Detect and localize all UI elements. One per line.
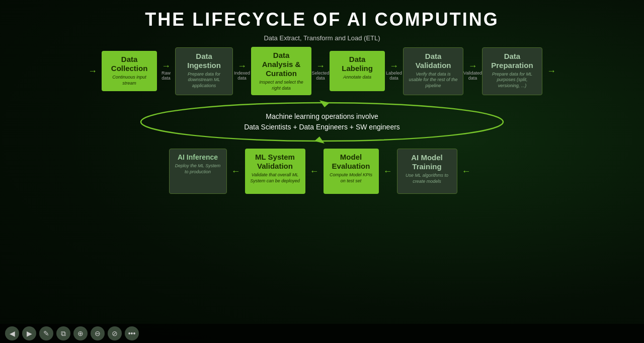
connector-b3: ← xyxy=(379,167,397,176)
connector-b4: ← xyxy=(457,167,475,176)
ml-validation-subtitle: Validate that overall ML System can be d… xyxy=(250,172,300,184)
model-evaluation-subtitle: Compute Model KPIs on test set xyxy=(329,172,374,184)
data-validation-title: DataValidation xyxy=(409,52,458,70)
etl-label: Data Extract, Transform and Load (ETL) xyxy=(264,34,380,42)
ai-model-training-title: AI ModelTraining xyxy=(403,153,452,171)
arrow-icon: → xyxy=(162,61,171,71)
arrow-icon: → xyxy=(468,61,477,71)
connector-3: → Selecteddata xyxy=(311,61,330,81)
ai-model-training-subtitle: Use ML algorithms to create models xyxy=(403,173,452,184)
connector-end: → xyxy=(542,66,560,76)
arrow-icon: → xyxy=(547,66,556,76)
model-evaluation-box: ModelEvaluation Compute Model KPIs on te… xyxy=(324,149,379,194)
mlops-text: Machine learning operations involve Data… xyxy=(133,99,511,145)
data-labeling-box: DataLabeling Annotate data xyxy=(330,51,385,91)
ai-inference-subtitle: Deploy the ML System to production xyxy=(175,163,221,175)
data-validation-subtitle: Verify that data is usable for the rest … xyxy=(409,72,458,89)
ai-inference-box: AI Inference Deploy the ML System to pro… xyxy=(169,149,227,194)
arrow-icon: ← xyxy=(383,167,392,176)
connector-4: → Labeleddata xyxy=(385,61,403,81)
data-collection-subtitle: Continuous input stream xyxy=(107,75,152,86)
connector-1: → Rawdata xyxy=(157,61,175,81)
connector-label: Labeleddata xyxy=(386,71,402,81)
data-labeling-title: DataLabeling xyxy=(335,55,380,73)
arrow-icon: ← xyxy=(231,167,240,176)
mlops-ellipse: Machine learning operations involve Data… xyxy=(133,99,511,145)
data-preparation-title: DataPreparation xyxy=(488,52,537,70)
main-content: THE LIFECYCLE OF AI COMPUTING Data Extra… xyxy=(0,0,644,343)
arrow-icon: → xyxy=(88,66,97,76)
connector-label: Selecteddata xyxy=(312,71,330,81)
data-collection-title: DataCollection xyxy=(107,55,152,73)
data-ingestion-title: DataIngestion xyxy=(181,52,227,70)
connector-b2: ← xyxy=(305,167,324,176)
data-ingestion-box: DataIngestion Prepare data for downstrea… xyxy=(175,47,233,95)
data-labeling-subtitle: Annotate data xyxy=(335,75,380,81)
data-ingestion-subtitle: Prepare data for downstream ML applicati… xyxy=(181,72,227,89)
data-analysis-title: DataAnalysis &Curation xyxy=(256,51,306,78)
top-row: → DataCollection Continuous input stream… xyxy=(84,47,560,95)
start-arrow: → xyxy=(84,66,102,76)
connector-2: → Indexeddata xyxy=(233,61,251,81)
data-preparation-subtitle: Prepare data for ML purposes (split, ver… xyxy=(488,72,537,89)
mlops-line1: Machine learning operations involve xyxy=(266,111,378,122)
arrow-icon: → xyxy=(316,61,325,71)
data-analysis-box: DataAnalysis &Curation Inspect and selec… xyxy=(251,47,311,95)
bottom-row: AI Inference Deploy the ML System to pro… xyxy=(169,149,475,194)
connector-5: → Validateddata xyxy=(463,61,482,81)
data-preparation-box: DataPreparation Prepare data for ML purp… xyxy=(482,47,542,95)
mlops-line2: Data Scientists + Data Engineers + SW en… xyxy=(244,122,400,132)
ml-validation-box: ML SystemValidation Validate that overal… xyxy=(245,149,305,194)
arrow-icon: → xyxy=(237,61,247,71)
data-collection-box: DataCollection Continuous input stream xyxy=(102,51,157,91)
data-analysis-subtitle: Inspect and select the right data xyxy=(256,80,306,91)
arrow-icon: ← xyxy=(462,167,471,176)
connector-label: Rawdata xyxy=(162,71,171,81)
arrow-icon: ← xyxy=(310,167,319,176)
arrow-icon: → xyxy=(389,61,398,71)
ml-validation-title: ML SystemValidation xyxy=(250,153,300,171)
data-validation-box: DataValidation Verify that data is usabl… xyxy=(403,47,463,95)
page-title: THE LIFECYCLE OF AI COMPUTING xyxy=(145,9,499,30)
model-evaluation-title: ModelEvaluation xyxy=(329,153,374,171)
ai-inference-title: AI Inference xyxy=(175,153,221,162)
ai-model-training-box: AI ModelTraining Use ML algorithms to cr… xyxy=(397,149,457,194)
connector-b1: ← xyxy=(227,167,245,176)
connector-label: Validateddata xyxy=(463,71,482,81)
connector-label: Indexeddata xyxy=(234,71,250,81)
